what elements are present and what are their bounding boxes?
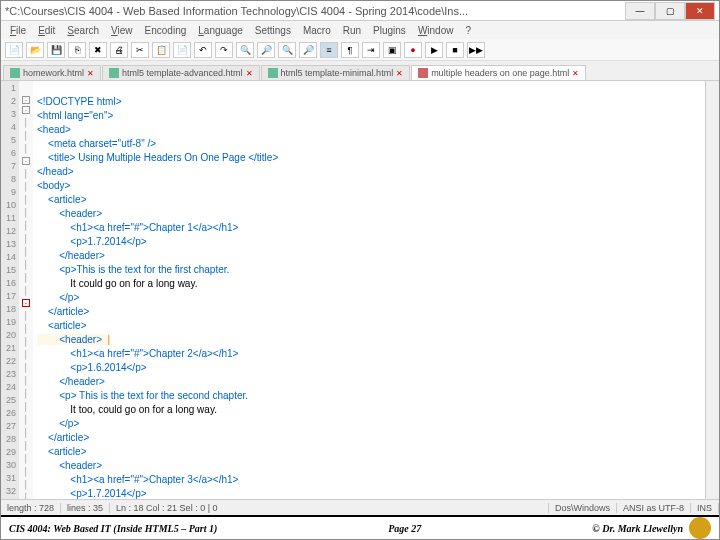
undo-icon[interactable]: ↶ bbox=[194, 42, 212, 58]
editor-area: 1234567891011121314151617181920212223242… bbox=[1, 81, 719, 499]
close-button[interactable]: ✕ bbox=[685, 2, 715, 20]
status-mode: INS bbox=[691, 503, 719, 513]
tabbar: homework.html✕ html5 template-advanced.h… bbox=[1, 61, 719, 81]
menu-search[interactable]: Search bbox=[62, 25, 104, 36]
play-icon[interactable]: ▶ bbox=[425, 42, 443, 58]
cursor: | bbox=[102, 334, 110, 345]
menu-view[interactable]: View bbox=[106, 25, 138, 36]
fold-icon[interactable]: - bbox=[22, 299, 30, 307]
print-icon[interactable]: 🖨 bbox=[110, 42, 128, 58]
indent-icon[interactable]: ⇥ bbox=[362, 42, 380, 58]
window-title: *C:\Courses\CIS 4004 - Web Based Informa… bbox=[5, 5, 625, 17]
toolbar: 📄 📂 💾 ⎘ ✖ 🖨 ✂ 📋 📄 ↶ ↷ 🔍 🔎 🔍 🔎 ≡ ¶ ⇥ ▣ ● … bbox=[1, 39, 719, 61]
statusbar: length : 728 lines : 35 Ln : 18 Col : 21… bbox=[1, 499, 719, 515]
showchars-icon[interactable]: ¶ bbox=[341, 42, 359, 58]
menubar: File Edit Search View Encoding Language … bbox=[1, 21, 719, 39]
maximize-button[interactable]: ▢ bbox=[655, 2, 685, 20]
status-lines: lines : 35 bbox=[61, 503, 110, 513]
footer-course: CIS 4004: Web Based IT (Inside HTML5 – P… bbox=[9, 523, 217, 534]
tab-template-advanced[interactable]: html5 template-advanced.html✕ bbox=[102, 65, 260, 80]
fold-icon[interactable]: - bbox=[22, 96, 30, 104]
slide-footer: CIS 4004: Web Based IT (Inside HTML5 – P… bbox=[1, 515, 719, 539]
footer-author: © Dr. Mark Llewellyn bbox=[592, 523, 683, 534]
menu-window[interactable]: Window bbox=[413, 25, 459, 36]
fold-gutter: --│││-││││││││││-│││││││││││││││ bbox=[19, 81, 33, 499]
find-icon[interactable]: 🔍 bbox=[236, 42, 254, 58]
line-gutter: 1234567891011121314151617181920212223242… bbox=[1, 81, 19, 499]
zoom-out-icon[interactable]: 🔎 bbox=[299, 42, 317, 58]
tab-template-minimal[interactable]: html5 template-minimal.html✕ bbox=[261, 65, 411, 80]
close-icon[interactable]: ✕ bbox=[396, 69, 403, 78]
fold-icon[interactable]: - bbox=[22, 106, 30, 114]
menu-language[interactable]: Language bbox=[193, 25, 248, 36]
save-icon[interactable]: 💾 bbox=[47, 42, 65, 58]
minimize-button[interactable]: — bbox=[625, 2, 655, 20]
fold-icon[interactable]: ▣ bbox=[383, 42, 401, 58]
status-eol: Dos\Windows bbox=[549, 503, 617, 513]
status-encoding: ANSI as UTF-8 bbox=[617, 503, 691, 513]
redo-icon[interactable]: ↷ bbox=[215, 42, 233, 58]
scrollbar[interactable] bbox=[705, 81, 719, 499]
file-icon bbox=[418, 68, 428, 78]
menu-plugins[interactable]: Plugins bbox=[368, 25, 411, 36]
replace-icon[interactable]: 🔎 bbox=[257, 42, 275, 58]
menu-file[interactable]: File bbox=[5, 25, 31, 36]
new-icon[interactable]: 📄 bbox=[5, 42, 23, 58]
saveall-icon[interactable]: ⎘ bbox=[68, 42, 86, 58]
menu-help[interactable]: ? bbox=[460, 25, 476, 36]
file-icon bbox=[268, 68, 278, 78]
fold-icon[interactable]: - bbox=[22, 157, 30, 165]
footer-page: Page 27 bbox=[217, 523, 592, 534]
file-icon bbox=[10, 68, 20, 78]
zoom-in-icon[interactable]: 🔍 bbox=[278, 42, 296, 58]
menu-macro[interactable]: Macro bbox=[298, 25, 336, 36]
cut-icon[interactable]: ✂ bbox=[131, 42, 149, 58]
wordwrap-icon[interactable]: ≡ bbox=[320, 42, 338, 58]
code-editor[interactable]: <!DOCTYPE html> <html lang="en"> <head> … bbox=[33, 81, 705, 499]
close-icon[interactable]: ✕ bbox=[572, 69, 579, 78]
close-icon[interactable]: ✖ bbox=[89, 42, 107, 58]
logo-icon bbox=[689, 517, 711, 539]
tab-multiple-headers[interactable]: multiple headers on one page.html✕ bbox=[411, 65, 586, 80]
copy-icon[interactable]: 📋 bbox=[152, 42, 170, 58]
menu-encoding[interactable]: Encoding bbox=[140, 25, 192, 36]
menu-run[interactable]: Run bbox=[338, 25, 366, 36]
file-icon bbox=[109, 68, 119, 78]
tab-homework[interactable]: homework.html✕ bbox=[3, 65, 101, 80]
fastfwd-icon[interactable]: ▶▶ bbox=[467, 42, 485, 58]
titlebar[interactable]: *C:\Courses\CIS 4004 - Web Based Informa… bbox=[1, 1, 719, 21]
status-length: length : 728 bbox=[1, 503, 61, 513]
menu-settings[interactable]: Settings bbox=[250, 25, 296, 36]
stop-icon[interactable]: ■ bbox=[446, 42, 464, 58]
status-position: Ln : 18 Col : 21 Sel : 0 | 0 bbox=[110, 503, 549, 513]
paste-icon[interactable]: 📄 bbox=[173, 42, 191, 58]
menu-edit[interactable]: Edit bbox=[33, 25, 60, 36]
record-icon[interactable]: ● bbox=[404, 42, 422, 58]
close-icon[interactable]: ✕ bbox=[246, 69, 253, 78]
open-icon[interactable]: 📂 bbox=[26, 42, 44, 58]
close-icon[interactable]: ✕ bbox=[87, 69, 94, 78]
app-window: *C:\Courses\CIS 4004 - Web Based Informa… bbox=[0, 0, 720, 540]
window-controls: — ▢ ✕ bbox=[625, 2, 715, 20]
